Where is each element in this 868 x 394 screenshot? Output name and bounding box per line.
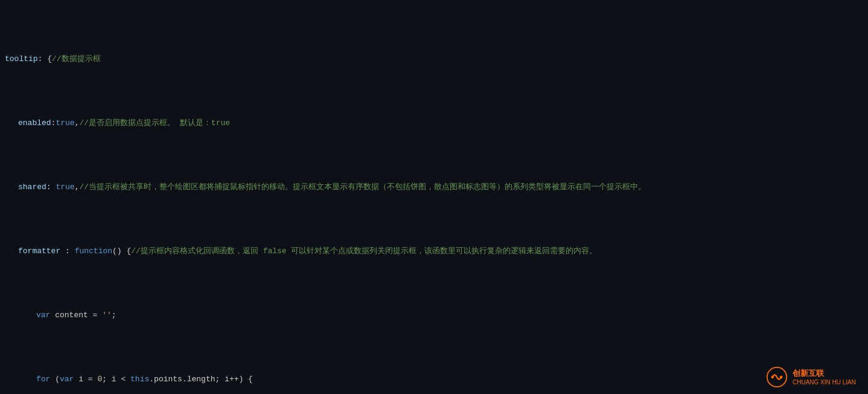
code-editor: tooltip: {//数据提示框 enabled:true,//是否启用数据点…	[0, 0, 868, 394]
code-line: var content = '';	[0, 309, 868, 323]
code-line: formatter : function() {//提示框内容格式化回调函数，返…	[0, 245, 868, 259]
logo-chinese-text: 创新互联	[793, 369, 856, 379]
code-line: enabled:true,//是否启用数据点提示框。 默认是：true	[0, 117, 868, 131]
svg-point-2	[780, 376, 783, 379]
logo-pinyin-text: CHUANG XIN HU LIAN	[793, 379, 856, 386]
code-line: shared: true,//当提示框被共享时，整个绘图区都将捕捉鼠标指针的移动…	[0, 181, 868, 195]
code-line: tooltip: {//数据提示框	[0, 53, 868, 66]
logo-area: 创新互联 CHUANG XIN HU LIAN	[766, 366, 856, 388]
code-line: for (var i = 0; i < this.points.length; …	[0, 373, 868, 387]
logo-text-block: 创新互联 CHUANG XIN HU LIAN	[793, 369, 856, 386]
code-block: tooltip: {//数据提示框 enabled:true,//是否启用数据点…	[0, 0, 868, 394]
svg-point-1	[771, 376, 774, 379]
logo-icon	[766, 366, 788, 388]
